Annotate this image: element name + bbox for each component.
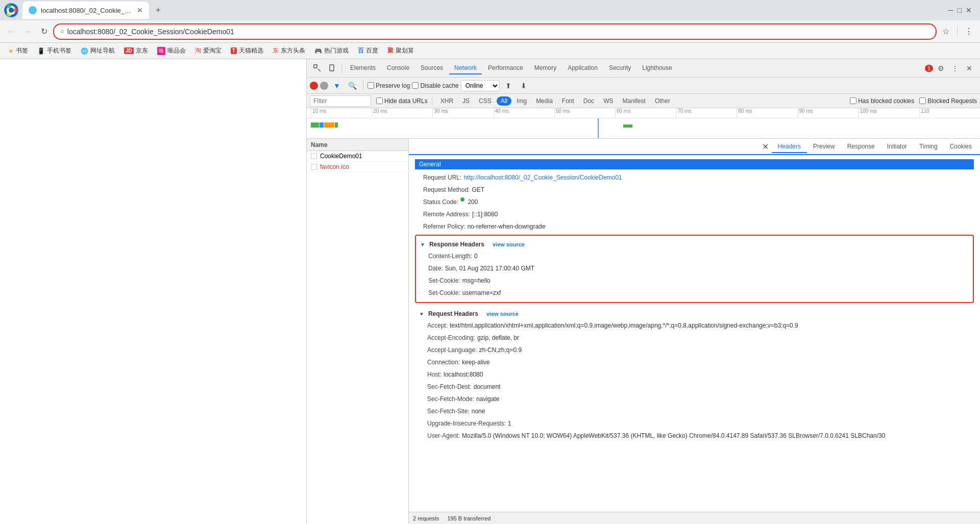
filter-all[interactable]: All	[497, 96, 511, 106]
bookmark-star-button[interactable]: ☆	[939, 24, 953, 39]
user-agent-row: User-Agent: Mozilla/5.0 (Windows NT 10.0…	[419, 430, 970, 442]
devtools-device-button[interactable]	[325, 62, 338, 75]
accept-row: Accept: text/html,application/xhtml+xml,…	[419, 319, 970, 332]
detail-tab-preview[interactable]: Preview	[807, 141, 841, 153]
response-headers-box: ▼ Response Headers view source Content-L…	[415, 235, 974, 303]
jd-icon: JD	[124, 47, 134, 54]
filter-button[interactable]: ▼	[330, 79, 344, 92]
filter-media[interactable]: Media	[532, 96, 557, 106]
devtools-network-toolbar: ▼ 🔍 Preserve log Disable cache Online Fa…	[307, 78, 980, 94]
filter-js[interactable]: JS	[458, 96, 474, 106]
filter-manifest[interactable]: Manifest	[619, 96, 650, 106]
filter-font[interactable]: Font	[558, 96, 578, 106]
devtools-settings-button[interactable]: ⚙	[934, 62, 947, 75]
has-blocked-cookies-checkbox[interactable]: Has blocked cookies	[850, 97, 914, 105]
timeline-bar-recv	[335, 122, 338, 128]
hide-data-urls-checkbox[interactable]: Hide data URLs	[376, 97, 428, 105]
status-dot	[460, 197, 464, 202]
filter-img[interactable]: Img	[512, 96, 531, 106]
tab-application[interactable]: Application	[562, 62, 603, 74]
clear-button[interactable]	[320, 82, 328, 90]
network-item-cookiedemo01[interactable]: CookieDemo01	[307, 151, 408, 162]
new-tab-button[interactable]: +	[151, 3, 165, 17]
baidu-icon: 百	[358, 46, 364, 55]
filter-other[interactable]: Other	[651, 96, 674, 106]
tab-security[interactable]: Security	[604, 62, 636, 74]
preserve-log-checkbox[interactable]: Preserve log	[368, 82, 410, 89]
connection-row: Connection: keep-alive	[419, 356, 970, 368]
detail-tab-cookies[interactable]: Cookies	[944, 141, 978, 153]
active-tab[interactable]: localhost:8080/_02_Cookie_Ses... ✕	[22, 2, 149, 19]
throttle-select[interactable]: Online Fast 3G Slow 3G Offline	[461, 80, 500, 91]
timeline-bars	[307, 118, 980, 139]
response-headers-view-source[interactable]: view source	[493, 241, 525, 247]
timeline-bar-wait	[324, 122, 334, 128]
tab-performance[interactable]: Performance	[483, 62, 528, 74]
search-button[interactable]: 🔍	[346, 79, 359, 92]
filter-css[interactable]: CSS	[475, 96, 496, 106]
star-icon: ★	[8, 47, 14, 55]
detail-tab-headers[interactable]: Headers	[772, 141, 807, 153]
detail-tab-bar: ✕ Headers Preview Response Initiator Tim…	[409, 139, 980, 155]
tab-elements[interactable]: Elements	[345, 62, 381, 74]
filter-input[interactable]	[310, 95, 371, 107]
menu-button[interactable]: ⋮	[962, 24, 976, 39]
address-bar[interactable]: ○ localhost:8080/_02_Cookie_Session/Cook…	[53, 23, 937, 40]
request-headers-view-source[interactable]: view source	[486, 311, 519, 317]
item-checkbox-favicon[interactable]	[311, 164, 317, 170]
preserve-log-input[interactable]	[368, 82, 374, 89]
accept-language-row: Accept-Language: zh-CN,zh;q=0.9	[419, 344, 970, 356]
export-button[interactable]: ⬇	[517, 79, 530, 92]
close-window-button[interactable]: ✕	[966, 6, 972, 14]
set-cookie1-row: Set-Cookie: msg=hello	[420, 275, 969, 287]
tab-network[interactable]: Network	[449, 62, 482, 74]
detail-close-button[interactable]: ✕	[760, 140, 772, 153]
bookmark-baidu[interactable]: 百 百度	[354, 45, 382, 56]
error-badge: 1	[925, 65, 933, 72]
filter-doc[interactable]: Doc	[579, 96, 598, 106]
item-checkbox-cookiedemo01[interactable]	[311, 153, 317, 159]
tab-memory[interactable]: Memory	[529, 62, 561, 74]
tab-lighthouse[interactable]: Lighthouse	[637, 62, 677, 74]
disable-cache-input[interactable]	[412, 82, 419, 89]
forward-button[interactable]: →	[20, 24, 35, 39]
response-headers-section[interactable]: ▼ Response Headers view source	[420, 239, 969, 250]
detail-tab-timing[interactable]: Timing	[913, 141, 944, 153]
filter-ws[interactable]: WS	[599, 96, 617, 106]
reload-button[interactable]: ↻	[37, 24, 51, 39]
back-button[interactable]: ←	[4, 24, 18, 39]
bookmark-jd[interactable]: JD 京东	[120, 45, 152, 56]
disable-cache-checkbox[interactable]: Disable cache	[412, 82, 458, 89]
tab-console[interactable]: Console	[382, 62, 414, 74]
bookmark-star[interactable]: ★ 书签	[4, 45, 32, 56]
bookmark-juhua[interactable]: 聚 聚划算	[383, 45, 418, 56]
minimize-button[interactable]: ─	[948, 6, 953, 14]
record-button[interactable]	[310, 82, 318, 90]
referrer-policy-row: Referrer Policy: no-referrer-when-downgr…	[415, 220, 974, 233]
detail-tab-initiator[interactable]: Initiator	[881, 141, 913, 153]
request-headers-section[interactable]: ▼ Request Headers view source	[419, 308, 970, 319]
tab-close-button[interactable]: ✕	[137, 6, 143, 14]
bookmark-taobao[interactable]: 淘 爱淘宝	[191, 45, 226, 56]
filter-xhr[interactable]: XHR	[436, 96, 457, 106]
blocked-requests-checkbox[interactable]: Blocked Requests	[919, 97, 977, 105]
devtools-close-button[interactable]: ✕	[963, 62, 976, 75]
bookmark-tmall[interactable]: T 天猫精选	[227, 45, 267, 56]
bookmark-games[interactable]: 🎮 热门游戏	[310, 45, 353, 56]
filter-separator	[432, 97, 432, 105]
devtools-more-button[interactable]: ⋮	[948, 62, 962, 75]
bookmark-dftt[interactable]: 东 东方头条	[268, 45, 309, 56]
accept-encoding-row: Accept-Encoding: gzip, deflate, br	[419, 332, 970, 344]
tab-sources[interactable]: Sources	[415, 62, 448, 74]
bookmark-nav[interactable]: 🌐 网址导航	[77, 45, 119, 56]
devtools-inspect-button[interactable]	[311, 62, 324, 75]
bookmark-vip[interactable]: 唯 唯品会	[153, 45, 190, 56]
bookmark-mobile[interactable]: 📱 手机书签	[33, 45, 76, 56]
svg-point-8	[331, 69, 332, 70]
network-item-favicon[interactable]: favicon.ico	[307, 162, 408, 172]
sec-fetch-mode-row: Sec-Fetch-Mode: navigate	[419, 393, 970, 405]
import-button[interactable]: ⬆	[502, 79, 515, 92]
devtools-main-toolbar: Elements Console Sources Network Perform…	[307, 59, 980, 78]
restore-button[interactable]: □	[958, 6, 962, 14]
detail-tab-response[interactable]: Response	[841, 141, 881, 153]
